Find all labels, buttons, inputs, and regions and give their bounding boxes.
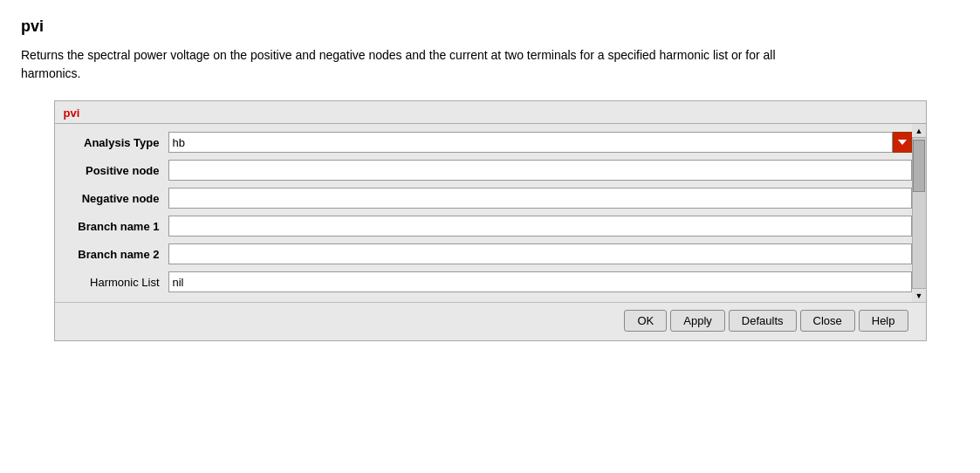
positive-node-input[interactable] <box>168 160 912 181</box>
branch-name-1-row: Branch name 1 <box>55 213 912 239</box>
harmonic-list-row: Harmonic List <box>55 269 912 295</box>
branch-name-2-label: Branch name 2 <box>55 248 168 261</box>
scrollbar: ▲ ▼ <box>912 124 926 302</box>
scroll-up-btn[interactable]: ▲ <box>912 124 926 138</box>
defaults-button[interactable]: Defaults <box>729 310 797 332</box>
ok-button[interactable]: OK <box>624 310 667 332</box>
negative-node-label: Negative node <box>55 192 168 205</box>
negative-node-input[interactable] <box>168 188 912 209</box>
harmonic-list-input[interactable] <box>168 271 912 292</box>
harmonic-list-label: Harmonic List <box>55 276 168 289</box>
branch-name-2-row: Branch name 2 <box>55 241 912 267</box>
positive-node-label: Positive node <box>55 164 168 177</box>
dialog-body: Analysis Type Positive node Negative nod… <box>55 124 926 302</box>
analysis-type-wrapper <box>168 132 912 153</box>
dialog-container: pvi Analysis Type Positive node Nega <box>54 100 927 341</box>
form-area: Analysis Type Positive node Negative nod… <box>55 124 912 302</box>
page-title: pvi <box>21 17 959 36</box>
branch-name-2-input[interactable] <box>168 243 912 264</box>
dialog-title: pvi <box>55 101 926 124</box>
dropdown-arrow-icon <box>898 140 907 145</box>
analysis-type-dropdown-btn[interactable] <box>893 132 912 153</box>
analysis-type-row: Analysis Type <box>55 129 912 155</box>
analysis-type-label: Analysis Type <box>55 136 168 149</box>
scroll-down-btn[interactable]: ▼ <box>912 288 926 302</box>
negative-node-row: Negative node <box>55 185 912 211</box>
apply-button[interactable]: Apply <box>670 310 725 332</box>
branch-name-1-input[interactable] <box>168 216 912 236</box>
page-description: Returns the spectral power voltage on th… <box>21 46 806 83</box>
help-button[interactable]: Help <box>859 310 908 332</box>
scroll-thumb[interactable] <box>913 140 925 192</box>
positive-node-row: Positive node <box>55 157 912 183</box>
close-button[interactable]: Close <box>800 310 855 332</box>
analysis-type-input[interactable] <box>168 132 893 153</box>
button-row: OK Apply Defaults Close Help <box>55 302 926 340</box>
branch-name-1-label: Branch name 1 <box>55 220 168 233</box>
